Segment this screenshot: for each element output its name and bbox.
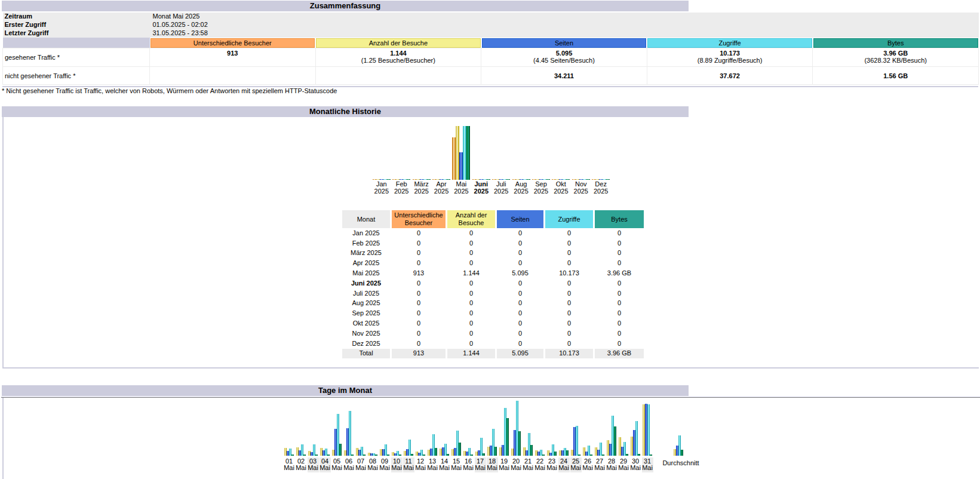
day-bars — [331, 398, 343, 456]
day-slot-27: 27Mai — [594, 398, 606, 472]
day-slot-31: 31Mai — [641, 398, 653, 472]
day-slot-18: 18Mai — [486, 398, 498, 472]
day-month: Mai — [570, 465, 582, 471]
month-label: Juli — [491, 180, 511, 188]
value-cell: 0 — [595, 238, 644, 248]
seen-besuche: 1.144(1.25 Besuche/Besucher) — [315, 48, 481, 67]
day-month: Mai — [582, 465, 594, 471]
day-bars — [319, 398, 331, 456]
monthly-table-header-0: Monat — [342, 210, 390, 228]
day-month: Mai — [331, 465, 343, 471]
month-slot-aug: Aug2025 — [511, 126, 531, 195]
month-cell: Aug 2025 — [342, 299, 390, 309]
day-bars — [570, 398, 582, 456]
month-slot-jan: Jan2025 — [371, 126, 391, 195]
value-cell: 0 — [447, 288, 495, 299]
day-bars — [558, 398, 570, 456]
day-bar — [518, 431, 521, 456]
value-cell: 0 — [497, 228, 543, 238]
month-year-label: 2025 — [531, 188, 551, 195]
monthly-table-header-3: Seiten — [497, 210, 543, 228]
value-cell: 0 — [545, 299, 593, 309]
value-cell: 0 — [595, 258, 644, 268]
total-value: 5.095 — [497, 349, 543, 359]
summary-footnote: * Nicht gesehener Traffic ist Traffic, w… — [2, 87, 337, 94]
value-cell: 0 — [497, 308, 543, 318]
value-cell: 0 — [497, 299, 543, 309]
summary-col-bytes: Bytes — [813, 38, 979, 48]
day-bars — [450, 398, 462, 456]
day-bar — [339, 444, 342, 456]
day-slot-22: 22Mai — [534, 398, 546, 472]
monthly-table-row: März 202500000 — [342, 248, 644, 259]
info-label-erster-zugriff: Erster Zugriff — [3, 21, 150, 29]
day-slot-06: 06Mai — [343, 398, 355, 472]
unseen-besuche — [315, 67, 481, 85]
monthly-table-total-row: Total9131.1445.09510.1733.96 GB — [342, 349, 644, 359]
month-bar — [466, 126, 470, 180]
month-cell: Okt 2025 — [342, 318, 390, 328]
day-bars — [426, 398, 438, 456]
monthly-table-row: Mai 20259131.1445.09510.1733.96 GB — [342, 268, 644, 278]
month-cell: Juni 2025 — [342, 278, 390, 288]
day-bar — [647, 404, 650, 456]
day-slot-29: 29Mai — [618, 398, 629, 472]
value-cell: 0 — [392, 288, 446, 299]
day-label: 06Mai — [343, 457, 355, 472]
day-slot-04: 04Mai — [319, 398, 331, 472]
day-bars — [474, 398, 486, 456]
day-month: Mai — [487, 465, 498, 471]
month-slot-apr: Apr2025 — [431, 126, 451, 195]
month-bars — [591, 126, 610, 180]
month-label: Apr — [431, 180, 451, 188]
monthly-table-row: Nov 202500000 — [342, 328, 644, 339]
value-cell: 0 — [447, 278, 495, 288]
month-cell: Nov 2025 — [342, 328, 390, 339]
day-label: 22Mai — [534, 457, 546, 472]
day-bars — [295, 398, 307, 456]
day-bars — [486, 398, 498, 456]
monthly-table-header-1: Unterschiedliche Besucher — [392, 210, 446, 228]
seen-besucher: 913 — [150, 48, 316, 67]
month-slot-juni: Juni2025 — [471, 126, 491, 195]
day-bar — [590, 455, 592, 456]
day-label: 26Mai — [582, 457, 594, 472]
day-label: 04Mai — [320, 457, 331, 472]
day-bar — [363, 455, 365, 456]
value-cell: 0 — [595, 328, 644, 339]
summary-section-title: Zusammenfassung — [2, 1, 689, 11]
day-bar — [600, 443, 602, 456]
month-slot-okt: Okt2025 — [551, 126, 571, 195]
day-bars — [629, 398, 641, 456]
day-bar — [435, 448, 437, 456]
month-slot-mai: Mai2025 — [451, 126, 471, 195]
day-bars — [582, 398, 594, 456]
unseen-traffic-label: nicht gesehener Traffic * — [3, 67, 150, 85]
value-cell: 0 — [497, 258, 543, 268]
month-label: Okt — [551, 180, 571, 188]
day-bars — [403, 398, 414, 456]
month-year-label: 2025 — [392, 188, 411, 195]
day-slot-12: 12Mai — [414, 398, 426, 472]
day-month: Mai — [415, 465, 426, 471]
value-cell: 0 — [447, 238, 495, 248]
day-slot-11: 11Mai — [403, 398, 414, 472]
day-label: 03Mai — [308, 457, 319, 472]
info-value-letzter-zugriff: 31.05.2025 - 23:58 — [150, 29, 979, 38]
day-month: Mai — [367, 465, 379, 471]
month-bar — [606, 179, 610, 180]
day-bar — [315, 455, 318, 456]
day-bar — [349, 411, 351, 456]
day-bars — [462, 398, 474, 456]
day-label: 13Mai — [427, 457, 438, 472]
value-cell: 0 — [545, 238, 593, 248]
day-month: Mai — [320, 465, 331, 471]
value-cell: 5.095 — [497, 268, 543, 278]
day-bars — [379, 398, 391, 456]
day-label: 16Mai — [463, 457, 474, 472]
day-bar — [566, 450, 569, 456]
value-cell: 0 — [392, 299, 446, 309]
value-cell: 0 — [392, 228, 446, 238]
day-bar — [327, 455, 330, 456]
month-bar — [586, 179, 590, 180]
